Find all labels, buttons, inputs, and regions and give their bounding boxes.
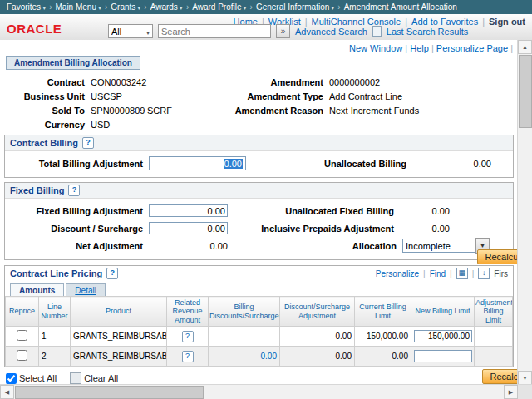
fixed-billing-adjustment-label: Fixed Billing Adjustment [10, 206, 149, 216]
search-input[interactable] [158, 24, 271, 38]
related-revenue-help-icon[interactable] [182, 331, 194, 342]
net-adjustment-value: 0.00 [149, 241, 230, 251]
oracle-logo: ORACLE [7, 22, 62, 36]
reprice-checkbox-row2[interactable] [17, 350, 27, 361]
help-icon[interactable] [82, 137, 94, 149]
breadcrumb-separator [250, 2, 253, 12]
col-billing-discounts-surcharges: Billing Discounts/Surcharges [209, 297, 280, 327]
contract-value: CON0003242 [91, 77, 232, 87]
select-all-checkbox[interactable] [6, 373, 17, 384]
breadcrumb-item-favorites[interactable]: Favorites [7, 2, 46, 12]
line-number-cell: 1 [39, 327, 71, 347]
vertical-scrollbar[interactable] [517, 40, 532, 385]
first-link[interactable]: Firs [494, 269, 508, 278]
view-all-icon[interactable] [456, 268, 468, 279]
top-toolbar: ORACLE Home Worklist MultiChannel Consol… [0, 14, 532, 41]
sold-to-label: Sold To [6, 106, 91, 116]
page-content: New Window Help Personalize Page Amendme… [0, 40, 518, 385]
recalculate-button[interactable]: Recalculate [482, 369, 518, 384]
adjustment-billing-limit-cell [475, 347, 513, 367]
discount-surcharge-field[interactable] [149, 222, 228, 234]
breadcrumb-item-current-page: Amendment Amount Allocation [344, 2, 457, 12]
fixed-billing-adjustment-field[interactable] [149, 204, 228, 217]
vertical-scroll-thumb[interactable] [519, 55, 532, 128]
related-revenue-help-icon[interactable] [182, 351, 194, 362]
search-scope-dropdown[interactable]: All [108, 24, 153, 38]
help-icon[interactable] [68, 185, 80, 196]
amendment-type-value: Add Contract Line [329, 91, 402, 101]
col-adjustment-billing-limit: Adjustment Billing Limit [475, 297, 513, 327]
inclusive-prepaids-label: Inclusive Prepaids Adjustment [228, 224, 400, 234]
current-billing-limit-cell: 150,000.00 [355, 327, 411, 347]
link-separator [510, 43, 513, 53]
scroll-right-button[interactable] [504, 385, 518, 399]
last-search-results-icon [372, 26, 382, 37]
allocation-label: Allocation [230, 241, 402, 251]
scroll-down-button[interactable] [518, 371, 532, 385]
breadcrumb-item-awards[interactable]: Awards [150, 2, 183, 12]
clear-all-action[interactable]: Clear All [70, 372, 118, 384]
scrollbar-corner [518, 385, 532, 399]
amendment-label: Amendment [232, 77, 329, 87]
sold-to-value: SPN0000809 [91, 106, 147, 116]
signout-link[interactable]: Sign out [489, 17, 525, 27]
horizontal-scrollbar[interactable] [0, 384, 532, 399]
personalize-link[interactable]: Personalize [376, 269, 419, 278]
help-link[interactable]: Help [410, 43, 429, 53]
col-line-number: Line Number [39, 297, 71, 327]
product-cell: GRANTS_REIMBURSABL [71, 327, 167, 347]
breadcrumb-separator [105, 2, 107, 12]
application-window: Favorites Main Menu Grants Awards Award … [0, 0, 532, 399]
scroll-left-button[interactable] [0, 385, 14, 399]
total-billing-adjustment-field[interactable]: 0.00 [149, 156, 246, 170]
business-unit-value: USCSP [91, 91, 232, 101]
chevron-down-icon [331, 2, 334, 12]
tab-detail[interactable]: Detail [66, 283, 106, 296]
link-separator [405, 43, 407, 53]
breadcrumb-item-award-profile[interactable]: Award Profile [192, 2, 246, 12]
table-row: 1 GRANTS_REIMBURSABL 0.00 150,000.00 [6, 327, 513, 347]
line-pricing-grid: Reprice Line Number Product Related Reve… [5, 296, 513, 367]
fixed-billing-groupbox: Fixed Billing Fixed Billing Adjustment U… [4, 182, 514, 260]
last-search-results-link[interactable]: Last Search Results [387, 27, 468, 37]
billing-discounts-cell [209, 327, 280, 347]
personalize-page-link[interactable]: Personalize Page [436, 43, 508, 53]
line-number-cell: 2 [39, 347, 71, 367]
table-row: 2 GRANTS_REIMBURSABL 0.00 0.00 0.00 [6, 347, 513, 367]
link-separator [450, 269, 452, 278]
amendment-reason-label: Amendment Reason [232, 106, 329, 116]
col-reprice: Reprice [6, 297, 39, 327]
breadcrumb-item-main-menu[interactable]: Main Menu [55, 2, 101, 12]
tab-amounts[interactable]: Amounts [10, 283, 64, 296]
unallocated-billing-label: Unallocated Billing [246, 159, 412, 169]
download-icon[interactable] [478, 268, 490, 279]
reprice-checkbox-row1[interactable] [17, 330, 27, 341]
adjustment-billing-limit-cell [475, 327, 513, 347]
new-window-link[interactable]: New Window [349, 43, 402, 53]
breadcrumb-item-grants[interactable]: Grants [111, 2, 140, 12]
net-adjustment-label: Net Adjustment [10, 241, 149, 251]
unallocated-fixed-billing-label: Unallocated Fixed Billing [228, 206, 400, 216]
recalculate-button[interactable]: Recalculate [477, 249, 518, 264]
help-icon[interactable] [106, 268, 118, 279]
billing-discounts-link[interactable]: 0.00 [261, 352, 277, 361]
tab-amendment-billing-allocation[interactable]: Amendment Billing Allocation [6, 56, 140, 70]
advanced-search-link[interactable]: Advanced Search [295, 27, 367, 37]
chevron-down-icon [137, 2, 140, 12]
search-submit-button[interactable] [276, 24, 290, 38]
new-billing-limit-field-row1[interactable] [414, 330, 472, 342]
currency-label: Currency [6, 120, 91, 130]
breadcrumb-separator [337, 2, 340, 12]
new-billing-limit-field-row2[interactable] [414, 350, 472, 362]
find-link[interactable]: Find [430, 269, 446, 278]
grid-tabs: Amounts Detail [5, 281, 513, 296]
horizontal-scroll-thumb[interactable] [15, 386, 204, 399]
breadcrumb-item-general-information[interactable]: General Information [256, 2, 334, 12]
link-separator [423, 269, 426, 278]
inclusive-prepaids-value: 0.00 [400, 224, 450, 234]
link-separator [431, 43, 434, 53]
chevron-down-icon [244, 2, 247, 12]
scroll-up-button[interactable] [518, 40, 532, 54]
select-all-action[interactable]: Select All [6, 373, 57, 384]
page-action-bar: New Window Help Personalize Page [0, 40, 518, 54]
